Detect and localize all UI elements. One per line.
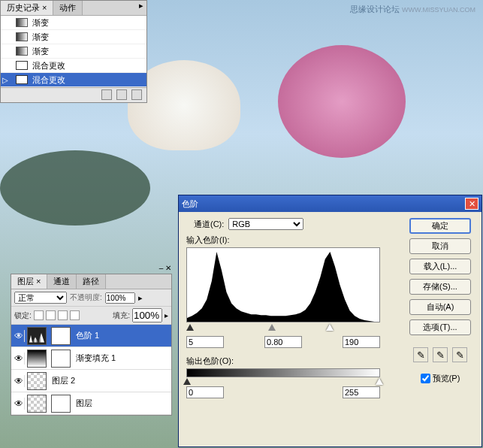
history-item[interactable]: 渐变: [1, 16, 146, 30]
history-item[interactable]: 混合更改: [1, 59, 146, 73]
panel-menu-icon[interactable]: ▸: [136, 1, 146, 15]
opacity-label: 不透明度:: [70, 292, 102, 303]
eyedroppers: ✎ ✎ ✎: [413, 347, 467, 362]
new-snapshot-icon[interactable]: [101, 89, 112, 100]
eyedropper-gray-icon[interactable]: ✎: [433, 347, 448, 362]
visibility-icon[interactable]: 👁: [13, 353, 25, 365]
preview-label: 预览(P): [433, 373, 460, 384]
history-list: 渐变 渐变 渐变 混合更改 ▷混合更改: [1, 16, 146, 87]
gradient-icon: [16, 47, 28, 56]
layer-row[interactable]: 👁 渐变填充 1: [11, 347, 171, 370]
gamma-handle[interactable]: [268, 324, 276, 331]
eyedropper-black-icon[interactable]: ✎: [413, 347, 428, 362]
output-white-field[interactable]: [343, 386, 380, 398]
history-panel: 历史记录 × 动作 ▸ 渐变 渐变 渐变 混合更改 ▷混合更改: [0, 0, 147, 103]
visibility-icon[interactable]: 👁: [13, 375, 25, 387]
tab-paths[interactable]: 路径: [77, 274, 106, 289]
output-levels-label: 输出色阶(O):: [186, 356, 397, 367]
input-black-field[interactable]: [186, 336, 224, 348]
layer-row[interactable]: 👁 色阶 1: [11, 325, 171, 347]
auto-button[interactable]: 自动(A): [409, 299, 471, 315]
visibility-icon[interactable]: 👁: [13, 330, 25, 342]
output-white-handle[interactable]: [376, 378, 383, 386]
layer-row[interactable]: 👁 图层: [11, 392, 171, 415]
new-state-icon[interactable]: [116, 89, 127, 100]
levels-dialog: 色阶 ✕ 通道(C): RGB 输入色阶(I):: [178, 195, 482, 447]
blend-icon: [16, 61, 28, 70]
watermark: 思缘设计论坛WWW.MISSYUAN.COM: [350, 4, 475, 15]
history-tab-bar: 历史记录 × 动作 ▸: [1, 1, 146, 16]
output-black-handle[interactable]: [183, 378, 191, 386]
layers-panel: – ✕ 图层 × 通道 路径 正常 不透明度: ▸ 锁定: 填充: ▸ 👁 色阶…: [11, 274, 172, 416]
history-item-selected[interactable]: ▷混合更改: [1, 73, 146, 87]
current-state-icon: ▷: [2, 76, 8, 84]
cancel-button[interactable]: 取消: [409, 238, 471, 254]
gradient-icon: [16, 18, 28, 27]
output-black-field[interactable]: [186, 386, 224, 398]
input-white-field[interactable]: [343, 336, 380, 348]
lock-all-icon[interactable]: [70, 310, 80, 320]
layer-thumb[interactable]: [27, 372, 47, 390]
eyedropper-white-icon[interactable]: ✎: [452, 347, 467, 362]
lock-pixels-icon[interactable]: [46, 310, 56, 320]
gradient-icon: [16, 32, 28, 41]
lock-controls: 锁定: 填充: ▸: [11, 307, 171, 325]
tab-channels[interactable]: 通道: [47, 274, 77, 289]
output-slider[interactable]: [186, 368, 380, 377]
options-button[interactable]: 选项(T)...: [409, 319, 471, 335]
opacity-input[interactable]: [105, 292, 135, 304]
ok-button[interactable]: 确定: [409, 218, 471, 234]
black-point-handle[interactable]: [186, 324, 194, 331]
mask-thumb[interactable]: [51, 327, 71, 345]
lock-transparency-icon[interactable]: [34, 310, 44, 320]
tab-actions[interactable]: 动作: [53, 1, 83, 15]
blend-icon: [16, 75, 28, 84]
history-footer: [1, 87, 146, 102]
layers-list: 👁 色阶 1 👁 渐变填充 1 👁 图层 2 👁 图层: [11, 325, 171, 415]
channel-select[interactable]: RGB: [228, 218, 303, 230]
close-button[interactable]: ✕: [465, 198, 478, 210]
lock-position-icon[interactable]: [58, 310, 68, 320]
visibility-icon[interactable]: 👁: [13, 398, 25, 410]
histogram: [186, 247, 380, 322]
layer-thumb[interactable]: [27, 327, 47, 345]
save-button[interactable]: 存储(S)...: [409, 279, 471, 295]
delete-icon[interactable]: [131, 89, 142, 100]
layer-row[interactable]: 👁 图层 2: [11, 370, 171, 392]
dialog-titlebar[interactable]: 色阶 ✕: [179, 195, 481, 212]
input-levels-label: 输入色阶(I):: [186, 235, 397, 246]
channel-label: 通道(C):: [194, 219, 224, 230]
mask-thumb[interactable]: [51, 350, 71, 368]
layer-thumb[interactable]: [27, 350, 47, 368]
fill-input[interactable]: [132, 308, 162, 322]
layers-tab-bar: 图层 × 通道 路径: [11, 274, 171, 289]
input-gamma-field[interactable]: [264, 336, 302, 348]
input-slider[interactable]: [186, 324, 380, 333]
blend-controls: 正常 不透明度: ▸: [11, 289, 171, 307]
panel-minimize-icon[interactable]: – ✕: [159, 264, 171, 272]
preview-checkbox[interactable]: [421, 374, 430, 383]
tab-history[interactable]: 历史记录 ×: [1, 1, 53, 15]
layer-thumb[interactable]: [51, 395, 71, 413]
history-item[interactable]: 渐变: [1, 30, 146, 44]
history-item[interactable]: 渐变: [1, 44, 146, 59]
dialog-title: 色阶: [182, 198, 198, 210]
layer-thumb[interactable]: [27, 395, 47, 413]
load-button[interactable]: 载入(L)...: [409, 259, 471, 274]
fill-scrub-icon[interactable]: ▸: [165, 311, 168, 319]
white-point-handle[interactable]: [326, 324, 334, 331]
opacity-scrub-icon[interactable]: ▸: [138, 293, 143, 303]
tab-layers[interactable]: 图层 ×: [11, 274, 47, 289]
blend-mode-select[interactable]: 正常: [14, 292, 67, 304]
